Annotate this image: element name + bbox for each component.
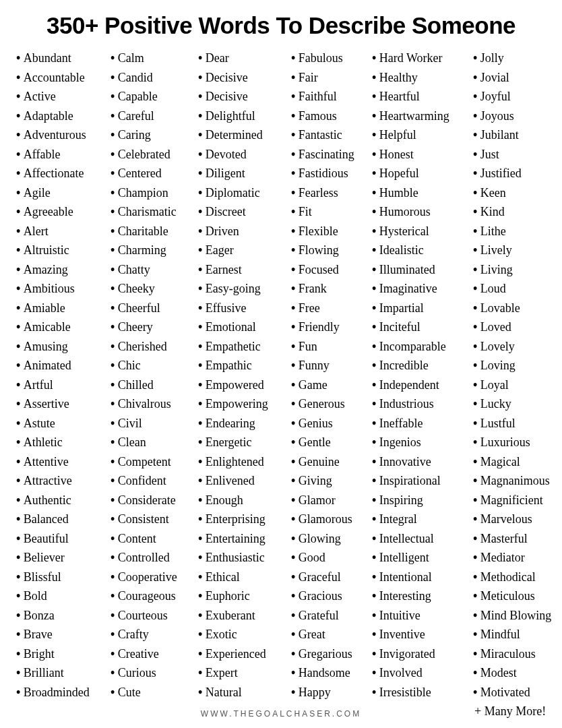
word-item: Charitable — [111, 222, 198, 241]
word-item: Heartwarming — [372, 107, 473, 126]
word-item: Believer — [16, 548, 111, 568]
word-item: Bright — [16, 644, 111, 664]
word-item: Caring — [111, 125, 198, 145]
word-item: Independent — [372, 375, 473, 395]
word-item: Cherished — [111, 337, 198, 357]
word-item: Controlled — [111, 548, 198, 568]
word-item: Honest — [372, 145, 473, 164]
word-item: Methodical — [473, 568, 562, 587]
word-item: Ethical — [198, 568, 291, 587]
word-item: Loyal — [473, 375, 562, 395]
word-column: FabulousFairFaithfulFamousFantasticFasci… — [291, 49, 372, 721]
word-item: Content — [111, 529, 198, 549]
word-item: Considerate — [111, 491, 198, 510]
word-item: Motivated — [473, 683, 562, 702]
word-item: Gregarious — [291, 644, 372, 664]
word-item: Great — [291, 625, 372, 644]
word-item: Lithe — [473, 222, 562, 241]
word-item: Chatty — [111, 260, 198, 280]
word-column: JollyJovialJoyfulJoyousJubilantJustJusti… — [473, 49, 562, 721]
word-item: Discreet — [198, 202, 291, 222]
word-item: Lively — [473, 241, 562, 260]
word-item: Keen — [473, 183, 562, 203]
word-item: Glamorous — [291, 510, 372, 529]
word-item: Broadminded — [16, 683, 111, 702]
word-item: Easy-going — [198, 279, 291, 299]
word-item: Endearing — [198, 414, 291, 433]
word-item: Humble — [372, 183, 473, 203]
word-item: Enlivened — [198, 471, 291, 491]
word-item: Enough — [198, 491, 291, 510]
word-item: Mindful — [473, 625, 562, 644]
word-item: Euphoric — [198, 586, 291, 606]
word-item: Faithful — [291, 87, 372, 107]
word-column: AbundantAccountableActiveAdaptableAdvent… — [16, 49, 111, 721]
word-item: Energetic — [198, 433, 291, 452]
word-item: Entertaining — [198, 529, 291, 549]
word-item: Accountable — [16, 68, 111, 88]
word-item: Adaptable — [16, 107, 111, 126]
word-item: Cheerful — [111, 299, 198, 318]
word-item: Irresistible — [372, 683, 473, 702]
word-item: Bonza — [16, 606, 111, 626]
word-item: Eager — [198, 241, 291, 260]
word-item: Amicable — [16, 317, 111, 337]
word-item: Impartial — [372, 299, 473, 318]
word-item: Enlightened — [198, 452, 291, 472]
word-item: Fastidious — [291, 164, 372, 183]
word-item: Authentic — [16, 491, 111, 510]
word-item: Balanced — [16, 510, 111, 529]
word-item: Joyful — [473, 87, 562, 107]
word-item: Beautiful — [16, 529, 111, 549]
word-item: Altruistic — [16, 241, 111, 260]
word-item: Earnest — [198, 260, 291, 280]
word-item: Enterprising — [198, 510, 291, 529]
word-item: Candid — [111, 68, 198, 88]
word-item: Chilled — [111, 375, 198, 395]
word-item: Imaginative — [372, 279, 473, 299]
word-item: Civil — [111, 414, 198, 433]
word-item: Innovative — [372, 452, 473, 472]
word-item: Lustful — [473, 414, 562, 433]
word-item: Interesting — [372, 586, 473, 606]
word-item: Empathetic — [198, 337, 291, 357]
word-item: Devoted — [198, 145, 291, 164]
word-item: Competent — [111, 452, 198, 472]
word-item: Empowering — [198, 394, 291, 414]
word-item: Agreeable — [16, 202, 111, 222]
word-item: Empathic — [198, 356, 291, 375]
word-item: Good — [291, 548, 372, 568]
word-item: Driven — [198, 222, 291, 241]
word-item: Bold — [16, 586, 111, 606]
word-item: Decisive — [198, 87, 291, 107]
word-item: Friendly — [291, 317, 372, 337]
word-item: Focused — [291, 260, 372, 280]
word-item: Loud — [473, 279, 562, 299]
word-item: Enthusiastic — [198, 548, 291, 568]
word-item: Incredible — [372, 356, 473, 375]
word-item: Agile — [16, 183, 111, 203]
word-item: Hysterical — [372, 222, 473, 241]
word-item: Active — [16, 87, 111, 107]
word-item: Inspirational — [372, 471, 473, 491]
word-item: Diligent — [198, 164, 291, 183]
word-item: Just — [473, 145, 562, 164]
word-item: Famous — [291, 107, 372, 126]
word-item: Hopeful — [372, 164, 473, 183]
word-item: Intelligent — [372, 548, 473, 568]
word-item: Happy — [291, 683, 372, 702]
word-item: Capable — [111, 87, 198, 107]
word-item: Cheery — [111, 317, 198, 337]
word-item: Amiable — [16, 299, 111, 318]
word-item: Courteous — [111, 606, 198, 626]
word-item: Meticulous — [473, 586, 562, 606]
word-item: Exuberant — [198, 606, 291, 626]
word-item: Determined — [198, 125, 291, 145]
word-item: Fun — [291, 337, 372, 357]
word-item: Charming — [111, 241, 198, 260]
word-item: Grateful — [291, 606, 372, 626]
word-item: Empowered — [198, 375, 291, 395]
word-item: Fascinating — [291, 145, 372, 164]
word-item: Joyous — [473, 107, 562, 126]
word-item: Living — [473, 260, 562, 280]
